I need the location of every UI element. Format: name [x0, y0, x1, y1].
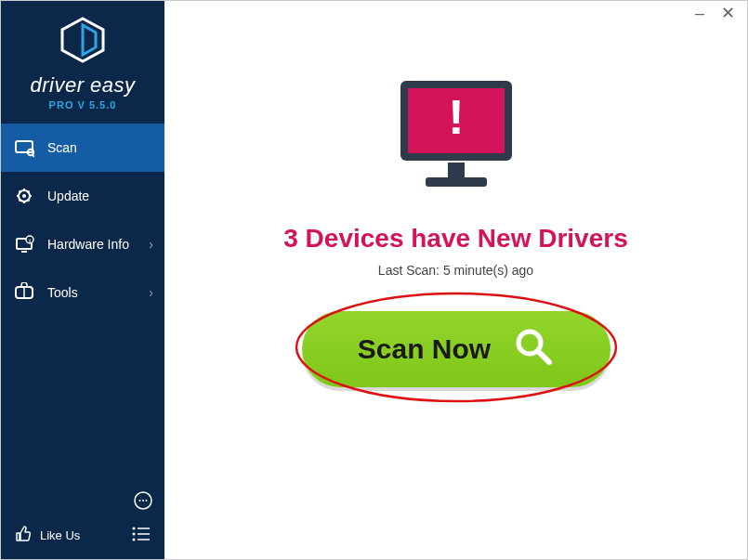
sidebar-item-label: Tools: [47, 285, 78, 300]
sidebar-footer: Like Us: [1, 512, 164, 559]
svg-rect-25: [426, 177, 487, 187]
sidebar-nav: Scan Update i Hardware Info › Tools: [1, 124, 164, 512]
sidebar-item-label: Update: [47, 189, 89, 203]
main-panel: ! 3 Devices have New Drivers Last Scan: …: [164, 1, 747, 559]
menu-list-icon[interactable]: [131, 526, 151, 546]
scan-button-label: Scan Now: [358, 333, 491, 365]
sidebar-item-label: Hardware Info: [47, 237, 129, 252]
chevron-right-icon: ›: [149, 285, 153, 300]
svg-line-29: [538, 351, 549, 362]
svg-text:!: !: [448, 90, 464, 144]
svg-point-16: [133, 527, 136, 529]
brand-logo-icon: [1, 16, 164, 68]
scan-headline: 3 Devices have New Drivers: [164, 224, 747, 254]
sidebar: driver easy PRO V 5.5.0 Scan Update i: [1, 1, 164, 559]
update-icon: [14, 186, 34, 206]
feedback-icon[interactable]: [133, 490, 153, 514]
thumbs-up-icon: [14, 525, 33, 546]
tools-icon: [14, 282, 34, 303]
minimize-button[interactable]: –: [695, 5, 704, 21]
scan-icon: [14, 137, 34, 158]
hardware-info-icon: i: [14, 234, 34, 254]
svg-point-14: [142, 500, 144, 501]
sidebar-item-tools[interactable]: Tools ›: [1, 268, 164, 317]
window-controls: – ✕: [682, 0, 748, 26]
monitor-alert-icon: !: [164, 73, 747, 203]
scan-now-button[interactable]: Scan Now: [302, 311, 610, 387]
sidebar-item-label: Scan: [47, 140, 77, 155]
svg-point-18: [133, 532, 136, 535]
svg-point-5: [22, 194, 26, 198]
svg-rect-1: [16, 141, 33, 152]
last-scan-text: Last Scan: 5 minute(s) ago: [164, 263, 747, 278]
brand-name: driver easy: [1, 73, 164, 98]
svg-point-15: [146, 500, 148, 501]
sidebar-item-update[interactable]: Update: [1, 172, 164, 220]
sidebar-item-scan[interactable]: Scan: [1, 124, 164, 172]
like-us-label: Like Us: [40, 528, 80, 542]
chevron-right-icon: ›: [149, 237, 153, 252]
svg-line-3: [33, 155, 34, 158]
like-us-button[interactable]: Like Us: [14, 525, 80, 546]
svg-rect-24: [448, 163, 465, 177]
magnifier-icon: [513, 326, 554, 373]
sidebar-item-hardware-info[interactable]: i Hardware Info ›: [1, 220, 164, 268]
svg-point-13: [139, 500, 141, 501]
brand-subtitle: PRO V 5.5.0: [1, 99, 164, 111]
brand-block: driver easy PRO V 5.5.0: [1, 1, 164, 120]
close-button[interactable]: ✕: [721, 5, 735, 21]
svg-point-20: [133, 538, 136, 540]
